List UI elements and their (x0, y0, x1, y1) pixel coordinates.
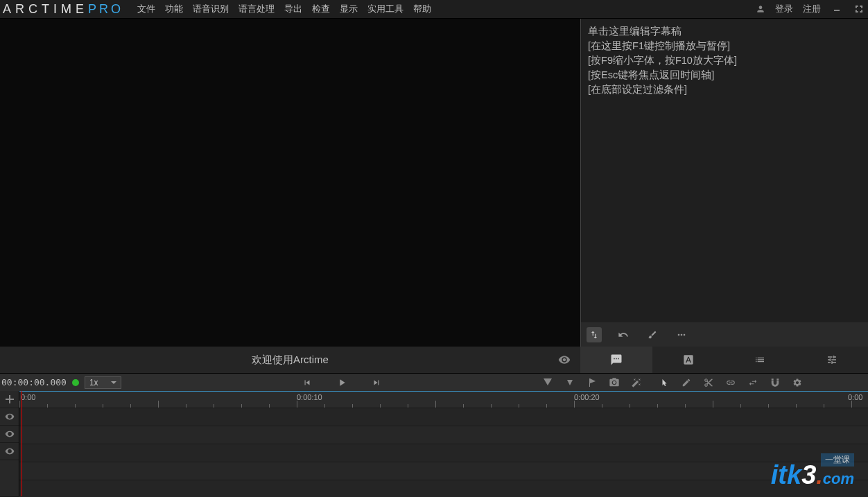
marker-in[interactable] (541, 376, 554, 389)
welcome-text: 欢迎使用Arctime (0, 354, 580, 367)
menu-speech[interactable]: 语音识别 (193, 3, 229, 15)
menu-file[interactable]: 文件 (137, 3, 155, 15)
timeline-ruler[interactable]: 0:00 0:00:10 0:00:20 0:00 (19, 391, 868, 408)
menu-display[interactable]: 显示 (340, 3, 358, 15)
speed-value: 1x (89, 378, 98, 387)
next-button[interactable] (370, 376, 383, 390)
editor-line: [按F9缩小字体，按F10放大字体] (588, 53, 861, 68)
cut-tool[interactable] (702, 376, 715, 389)
watermark-itk: itk (771, 460, 801, 490)
watermark: itk 3 . com (771, 460, 854, 490)
add-track-button[interactable] (0, 391, 19, 408)
editor-line: 单击这里编辑字幕稿 (588, 24, 861, 39)
editor-line: [按Esc键将焦点返回时间轴] (588, 68, 861, 82)
timeline-body[interactable]: 0:00 0:00:10 0:00:20 0:00 (19, 391, 868, 496)
marker-controls (541, 376, 643, 389)
marker-down[interactable] (564, 376, 576, 389)
video-panel (0, 19, 580, 347)
pointer-tool[interactable] (658, 376, 670, 389)
playback-controls (300, 376, 383, 390)
magnet-tool[interactable] (769, 376, 781, 389)
ruler-label: 0:00 (21, 393, 35, 401)
ruler-label: 0:00:10 (297, 393, 322, 401)
watermark-three: 3 (801, 460, 816, 490)
timeline-track[interactable] (19, 444, 868, 462)
track-visibility-1[interactable] (0, 408, 19, 426)
timeline-area: 0:00 0:00:10 0:00:20 0:00 (0, 391, 868, 496)
timeline-track[interactable] (19, 480, 868, 497)
prev-button[interactable] (300, 376, 314, 390)
editor-toolbar (581, 322, 868, 347)
maximize-button[interactable] (853, 3, 865, 15)
speed-selector[interactable]: 1x (85, 376, 121, 389)
undo-button[interactable] (616, 327, 631, 342)
tab-chat[interactable] (580, 347, 652, 373)
swap-tool[interactable] (747, 376, 759, 389)
link-tool[interactable] (724, 376, 737, 389)
insert-button[interactable] (587, 327, 602, 342)
main-area: 单击这里编辑字幕稿 [在这里按F1键控制播放与暂停] [按F9缩小字体，按F10… (0, 19, 868, 347)
timeline-track[interactable] (19, 408, 868, 426)
minimize-button[interactable] (831, 3, 843, 15)
timeline-tools (658, 376, 804, 389)
gear-tool[interactable] (791, 376, 804, 389)
watermark-com: com (823, 470, 854, 488)
ruler-label: 0:00 (848, 393, 862, 401)
dropdown-icon (111, 380, 116, 385)
timeline-track-headers (0, 391, 19, 496)
menu-check[interactable]: 检查 (312, 3, 330, 15)
brush-button[interactable] (645, 327, 660, 342)
editor-line: [在底部设定过滤条件] (588, 82, 861, 97)
menu-help[interactable]: 帮助 (413, 3, 431, 15)
register-link[interactable]: 注册 (803, 3, 821, 15)
track-visibility-3[interactable] (0, 443, 19, 460)
timeline-track[interactable] (19, 426, 868, 444)
timecode-display: 00:00:00.000 (1, 377, 67, 387)
tab-list[interactable] (724, 347, 797, 373)
app-logo: ARCTIME PRO (3, 2, 123, 17)
editor-line: [在这里按F1键控制播放与暂停] (588, 39, 861, 53)
menu-export[interactable]: 导出 (284, 3, 302, 15)
menu-language[interactable]: 语言处理 (238, 3, 275, 15)
logo-arctime: ARCTIME (3, 2, 88, 17)
status-indicator (72, 379, 79, 386)
menubar: ARCTIME PRO 文件 功能 语音识别 语言处理 导出 检查 显示 实用工… (0, 0, 868, 19)
menu-function[interactable]: 功能 (165, 3, 183, 15)
menu-tools[interactable]: 实用工具 (367, 3, 403, 15)
ruler-label: 0:00:20 (574, 393, 600, 401)
editor-tabs (580, 347, 868, 373)
menu-list: 文件 功能 语音识别 语言处理 导出 检查 显示 实用工具 帮助 (137, 3, 431, 15)
login-link[interactable]: 登录 (775, 3, 793, 15)
visibility-toggle[interactable] (558, 354, 571, 366)
edit-tool[interactable] (680, 376, 693, 389)
subtitle-bar: 欢迎使用Arctime (0, 347, 868, 373)
snapshot-button[interactable] (608, 376, 620, 389)
tab-settings[interactable] (796, 347, 868, 373)
timeline-track[interactable] (19, 462, 868, 480)
playback-bar: 00:00:00.000 1x (0, 373, 868, 391)
play-button[interactable] (335, 376, 349, 390)
track-visibility-2[interactable] (0, 426, 19, 443)
editor-panel: 单击这里编辑字幕稿 [在这里按F1键控制播放与暂停] [按F9缩小字体，按F10… (580, 19, 868, 347)
watermark-dot: . (816, 462, 822, 489)
tab-font[interactable] (652, 347, 724, 373)
user-icon[interactable] (756, 4, 765, 14)
magic-button[interactable] (630, 376, 643, 389)
more-button[interactable] (674, 327, 689, 342)
marker-flag[interactable] (586, 376, 598, 389)
menu-right: 登录 注册 (756, 3, 865, 15)
subtitle-script-editor[interactable]: 单击这里编辑字幕稿 [在这里按F1键控制播放与暂停] [按F9缩小字体，按F10… (581, 19, 868, 322)
logo-pro: PRO (88, 2, 123, 17)
video-view[interactable] (0, 19, 580, 347)
playhead[interactable] (21, 391, 22, 496)
